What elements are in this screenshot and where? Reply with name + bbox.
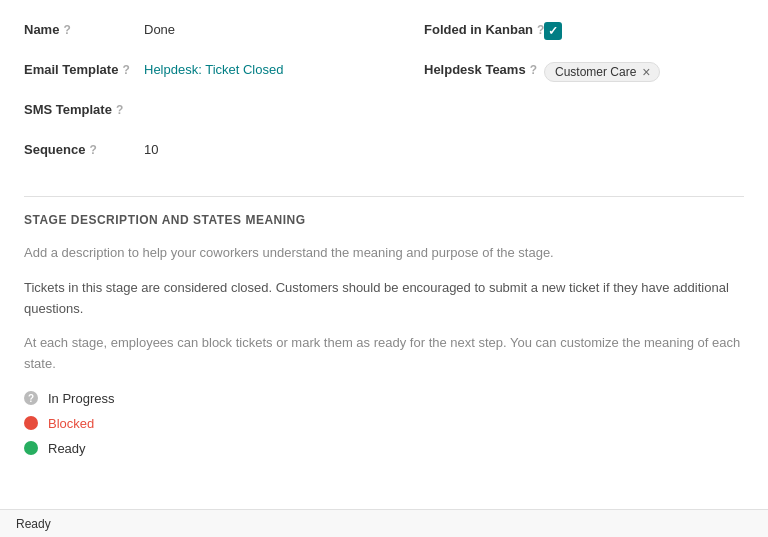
folded-kanban-checkbox[interactable] (544, 22, 562, 40)
status-bar: Ready (0, 509, 768, 537)
in-progress-dot: ? (24, 391, 38, 405)
sms-template-label: SMS Template ? (24, 100, 144, 117)
helpdesk-teams-row: Helpdesk Teams ? Customer Care × (424, 60, 744, 88)
sequence-value: 10 (144, 140, 344, 157)
email-template-help-icon[interactable]: ? (122, 63, 129, 77)
name-value: Done (144, 20, 344, 37)
ready-label: Ready (48, 441, 86, 456)
form-container: Name ? Done Email Template ? Helpdesk: T… (0, 0, 768, 502)
blocked-label: Blocked (48, 416, 94, 431)
description-text-1: Add a description to help your coworkers… (24, 243, 744, 264)
form-grid: Name ? Done Email Template ? Helpdesk: T… (24, 20, 744, 180)
name-help-icon[interactable]: ? (63, 23, 70, 37)
section-title: STAGE DESCRIPTION AND STATES MEANING (24, 213, 744, 227)
state-item-blocked: Blocked (24, 416, 744, 431)
description-text-2: Tickets in this stage are considered clo… (24, 278, 744, 320)
sequence-help-icon[interactable]: ? (89, 143, 96, 157)
sms-template-row: SMS Template ? (24, 100, 344, 128)
folded-kanban-row: Folded in Kanban ? (424, 20, 744, 48)
states-list: ? In Progress Blocked Ready (24, 391, 744, 456)
helpdesk-teams-tags: Customer Care × (544, 60, 660, 82)
status-text: Ready (16, 517, 51, 531)
sequence-row: Sequence ? 10 (24, 140, 344, 168)
ready-dot (24, 441, 38, 455)
folded-kanban-label: Folded in Kanban ? (424, 20, 544, 37)
customer-care-tag-close[interactable]: × (642, 65, 650, 79)
email-template-row: Email Template ? Helpdesk: Ticket Closed (24, 60, 344, 88)
sequence-label: Sequence ? (24, 140, 144, 157)
email-template-value[interactable]: Helpdesk: Ticket Closed (144, 60, 344, 77)
sms-template-help-icon[interactable]: ? (116, 103, 123, 117)
description-section: STAGE DESCRIPTION AND STATES MEANING Add… (24, 213, 744, 482)
helpdesk-teams-help-icon[interactable]: ? (530, 63, 537, 77)
folded-kanban-help-icon[interactable]: ? (537, 23, 544, 37)
in-progress-label: In Progress (48, 391, 114, 406)
blocked-dot (24, 416, 38, 430)
form-left-column: Name ? Done Email Template ? Helpdesk: T… (24, 20, 384, 180)
folded-kanban-checkbox-container (544, 20, 562, 40)
name-row: Name ? Done (24, 20, 344, 48)
helpdesk-teams-label: Helpdesk Teams ? (424, 60, 544, 77)
customer-care-tag: Customer Care × (544, 62, 660, 82)
description-text-3: At each stage, employees can block ticke… (24, 333, 744, 375)
name-label: Name ? (24, 20, 144, 37)
form-right-column: Folded in Kanban ? Helpdesk Teams ? Cust… (384, 20, 744, 180)
state-item-inprogress: ? In Progress (24, 391, 744, 406)
section-divider (24, 196, 744, 197)
email-template-label: Email Template ? (24, 60, 144, 77)
state-item-ready: Ready (24, 441, 744, 456)
customer-care-tag-label: Customer Care (555, 65, 636, 79)
sms-template-value (144, 100, 344, 102)
